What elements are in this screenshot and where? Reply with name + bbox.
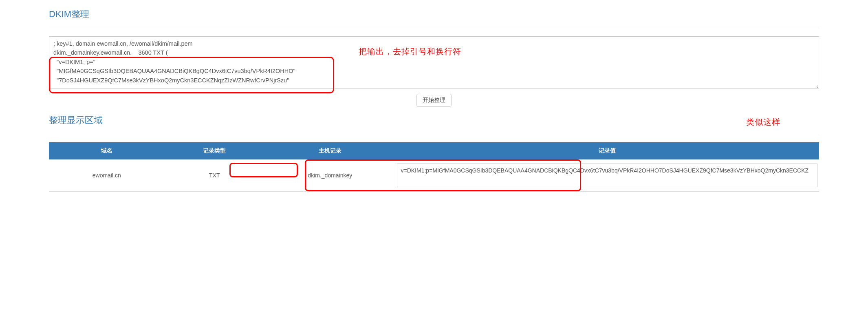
th-value: 记录值 xyxy=(395,142,819,159)
dkim-section-title: DKIM整理 xyxy=(49,8,819,20)
start-process-button[interactable]: 开始整理 xyxy=(416,94,452,107)
table-row: ewomail.cn TXT dkim._domainkey v=DKIM1;p… xyxy=(49,159,819,192)
cell-record-type: TXT xyxy=(165,159,265,192)
record-value-textarea[interactable]: v=DKIM1;p=MIGfMA0GCSqGSIb3DQEBAQUAA4GNAD… xyxy=(397,164,817,187)
cell-host: dkim._domainkey xyxy=(264,159,395,192)
th-domain: 域名 xyxy=(49,142,165,159)
result-section-title: 整理显示区域 xyxy=(49,114,819,126)
cell-domain: ewomail.cn xyxy=(49,159,165,192)
divider xyxy=(49,28,819,28)
dkim-input-textarea[interactable]: ; key#1, domain ewomail.cn, /ewomail/dki… xyxy=(49,36,819,89)
th-record-type: 记录类型 xyxy=(165,142,265,159)
th-host: 主机记录 xyxy=(264,142,395,159)
dns-records-table: 域名 记录类型 主机记录 记录值 ewomail.cn TXT dkim._do… xyxy=(49,142,819,192)
table-header-row: 域名 记录类型 主机记录 记录值 xyxy=(49,142,819,159)
divider-2 xyxy=(49,134,819,134)
